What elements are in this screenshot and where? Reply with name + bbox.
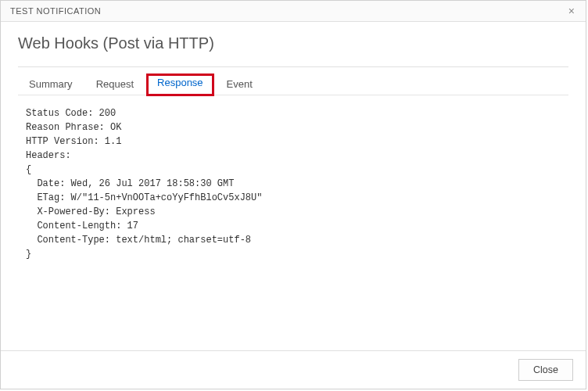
tab-response[interactable]: Response bbox=[146, 74, 214, 96]
titlebar: TEST NOTIFICATION × bbox=[1, 1, 586, 22]
tabs: Summary Request Response Event bbox=[18, 67, 568, 95]
tab-summary[interactable]: Summary bbox=[18, 75, 84, 95]
page-title: Web Hooks (Post via HTTP) bbox=[18, 34, 568, 52]
dialog-title: TEST NOTIFICATION bbox=[10, 6, 101, 16]
tab-event[interactable]: Event bbox=[216, 75, 264, 95]
tab-request[interactable]: Request bbox=[85, 75, 145, 95]
test-notification-dialog: TEST NOTIFICATION × Web Hooks (Post via … bbox=[0, 0, 586, 389]
dialog-content: Web Hooks (Post via HTTP) Summary Reques… bbox=[1, 22, 586, 350]
close-icon[interactable]: × bbox=[565, 5, 578, 16]
dialog-footer: Close bbox=[1, 350, 586, 389]
close-button[interactable]: Close bbox=[518, 359, 573, 381]
response-body: Status Code: 200 Reason Phrase: OK HTTP … bbox=[18, 95, 568, 350]
